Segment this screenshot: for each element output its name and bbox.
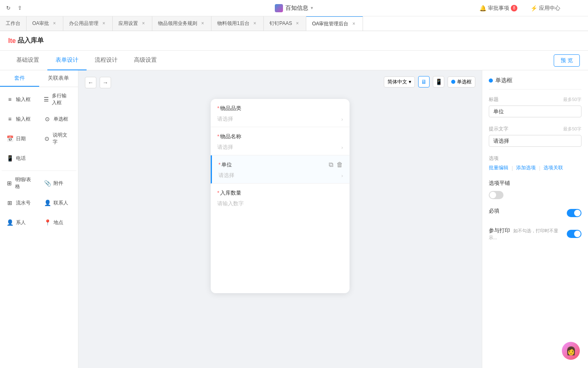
- tab-app-settings[interactable]: 应用设置 ×: [113, 16, 152, 31]
- preview-button[interactable]: 预 览: [554, 54, 580, 67]
- tab-goods-rules-label: 物品领用业务规则: [158, 20, 197, 27]
- tab-workspace[interactable]: 工作台: [0, 16, 27, 31]
- tab-app-settings-close[interactable]: ×: [140, 20, 146, 26]
- tab-nail-paas-label: 钉钉PAAS: [270, 20, 292, 27]
- sidebar-item-contact[interactable]: 👤 联系人: [39, 194, 75, 212]
- dropdown-icon[interactable]: ▾: [311, 5, 313, 11]
- tab-advanced-settings[interactable]: 高级设置: [126, 51, 165, 70]
- required-toggle[interactable]: [567, 209, 581, 217]
- top-bar: ↻ ⇧ 百知信息 ▾ 🔔 审批事项 8 ⚡ 应用中心: [0, 0, 588, 16]
- sidebar-tab-components[interactable]: 套件: [0, 70, 39, 87]
- lang-label: 简体中文: [388, 79, 407, 85]
- review-badge: 8: [511, 5, 517, 11]
- panel-required-section: 必填: [489, 207, 581, 219]
- sidebar-item-phone[interactable]: 📱 电话: [2, 149, 38, 167]
- person-name-icon: 👤: [6, 219, 13, 226]
- field-goods-name[interactable]: *物品名称 请选择 ›: [211, 127, 350, 155]
- date-icon: 📅: [6, 135, 13, 142]
- field-goods-category-input: 请选择 ›: [217, 115, 343, 123]
- tab-office-mgmt[interactable]: 办公用品管理 ×: [63, 16, 113, 31]
- panel-required-label: 必填: [489, 207, 499, 215]
- device-mobile-btn[interactable]: 📱: [433, 76, 444, 88]
- sidebar-item-location[interactable]: 📍 地点: [39, 213, 75, 231]
- panel-title-input[interactable]: [489, 105, 581, 117]
- app-name: 百知信息: [285, 4, 308, 12]
- sidebar-item-person-name[interactable]: 👤 系人: [2, 213, 38, 231]
- select-icon: ≡: [6, 116, 13, 122]
- sidebar-item-select[interactable]: ≡ 输入框: [2, 110, 38, 128]
- option-link-link[interactable]: 选项关联: [543, 164, 563, 171]
- tab-flow-design[interactable]: 流程设计: [87, 51, 126, 70]
- field-quantity-label: *入库数量: [217, 189, 343, 197]
- chevron-right-icon-3: ›: [341, 173, 343, 179]
- tab-office-mgmt-close[interactable]: ×: [101, 20, 107, 26]
- right-panel: 单选框 标题 最多50字 提示文字 最多50字 选项 批量编辑 |: [482, 70, 588, 368]
- detail-table-icon: ⊞: [6, 180, 13, 186]
- tab-oa-admin-close[interactable]: ×: [351, 21, 357, 27]
- panel-flat-label: 选项平铺: [489, 180, 581, 187]
- tab-oa-admin[interactable]: OA审批管理后台 ×: [306, 16, 363, 31]
- sidebar-item-text-input[interactable]: ≡ 输入框: [2, 90, 38, 108]
- page-title: 品入库单: [18, 36, 44, 45]
- panel-hint-input[interactable]: [489, 135, 581, 147]
- tab-goods-user1[interactable]: 物料领用1后台 ×: [212, 16, 264, 31]
- app-center-btn[interactable]: ⚡ 应用中心: [527, 3, 564, 13]
- tab-oa-review-close[interactable]: ×: [51, 20, 57, 26]
- add-option-link[interactable]: 添加选项: [516, 164, 536, 171]
- forward-icon[interactable]: ⇧: [16, 4, 24, 12]
- radio-label: 单选框: [457, 79, 472, 85]
- device-desktop-btn[interactable]: 🖥: [418, 76, 430, 88]
- serial-icon: ⊞: [6, 200, 13, 206]
- field-goods-name-input: 请选择 ›: [217, 144, 343, 151]
- page-title-bar: Ite 品入库单: [0, 31, 588, 51]
- tab-oa-review-label: OA审批: [32, 20, 49, 27]
- copy-field-btn[interactable]: ⧉: [329, 161, 333, 168]
- tab-bar: 工作台 OA审批 × 办公用品管理 × 应用设置 × 物品领用业务规则 × 物料…: [0, 16, 588, 31]
- sidebar-item-radio[interactable]: ⊙ 单选框: [39, 110, 75, 128]
- panel-component-type: 单选框: [495, 77, 512, 84]
- redo-button[interactable]: →: [100, 77, 111, 88]
- tab-office-mgmt-label: 办公用品管理: [69, 20, 98, 27]
- tab-nail-paas-close[interactable]: ×: [294, 20, 300, 26]
- sidebar-item-multi-input[interactable]: ☰ 多行输入框: [39, 90, 75, 108]
- language-selector[interactable]: 简体中文 ▾: [384, 76, 415, 88]
- tab-goods-rules-close[interactable]: ×: [200, 20, 205, 26]
- chevron-right-icon-2: ›: [341, 144, 343, 150]
- avatar-button[interactable]: 👩: [562, 342, 580, 360]
- field-quantity[interactable]: *入库数量 请输入数字: [211, 184, 350, 211]
- tab-goods-rules[interactable]: 物品领用业务规则 ×: [152, 16, 212, 31]
- tab-basic-settings[interactable]: 基础设置: [8, 51, 47, 70]
- sidebar-tab-related[interactable]: 关联表单: [39, 70, 78, 87]
- content-area: 套件 关联表单 ≡ 输入框 ☰ 多行输入框 ≡ 输入框 ⊙ 单选框: [0, 70, 588, 368]
- tab-oa-review[interactable]: OA审批 ×: [27, 16, 63, 31]
- radio-icon: ⊙: [44, 116, 51, 122]
- form-card: *物品品类 请选择 › *物品名称 请选择 ›: [211, 99, 350, 293]
- print-toggle[interactable]: [567, 230, 581, 238]
- tab-workspace-label: 工作台: [6, 20, 20, 27]
- canvas-empty-space: [211, 211, 350, 293]
- panel-title-label: 标题 最多50字: [489, 96, 581, 103]
- sidebar-item-serial[interactable]: ⊞ 流水号: [2, 194, 38, 212]
- flat-toggle[interactable]: [489, 191, 503, 199]
- contact-icon: 👤: [44, 200, 51, 206]
- field-unit[interactable]: *单位 ⧉ 🗑 请选择 ›: [211, 155, 350, 184]
- review-btn[interactable]: 🔔 审批事项 8: [476, 3, 521, 13]
- sidebar-item-date[interactable]: 📅 日期: [2, 130, 38, 148]
- refresh-icon[interactable]: ↻: [4, 4, 12, 12]
- tab-goods-user1-close[interactable]: ×: [252, 20, 258, 26]
- field-unit-actions: ⧉ 🗑: [329, 161, 343, 168]
- review-btn-label: 审批事项: [488, 4, 509, 12]
- radio-indicator: 单选框: [448, 76, 475, 88]
- field-goods-category[interactable]: *物品品类 请选择 ›: [211, 99, 350, 127]
- field-unit-label: *单位 ⧉ 🗑: [218, 161, 343, 168]
- batch-edit-link[interactable]: 批量编辑: [489, 164, 508, 171]
- panel-flat-section: 选项平铺: [489, 180, 581, 199]
- sidebar-item-attachment[interactable]: 📎 附件: [39, 174, 75, 192]
- delete-field-btn[interactable]: 🗑: [336, 161, 343, 168]
- panel-print-label: 参与打印: [489, 227, 510, 233]
- sidebar-item-detail-table[interactable]: ⊞ 明细/表格: [2, 174, 38, 192]
- tab-form-design[interactable]: 表单设计: [47, 51, 87, 70]
- undo-button[interactable]: ←: [85, 77, 96, 88]
- tab-nail-paas[interactable]: 钉钉PAAS ×: [264, 16, 306, 31]
- sidebar-item-description[interactable]: ⊙ 说明文字: [39, 130, 75, 148]
